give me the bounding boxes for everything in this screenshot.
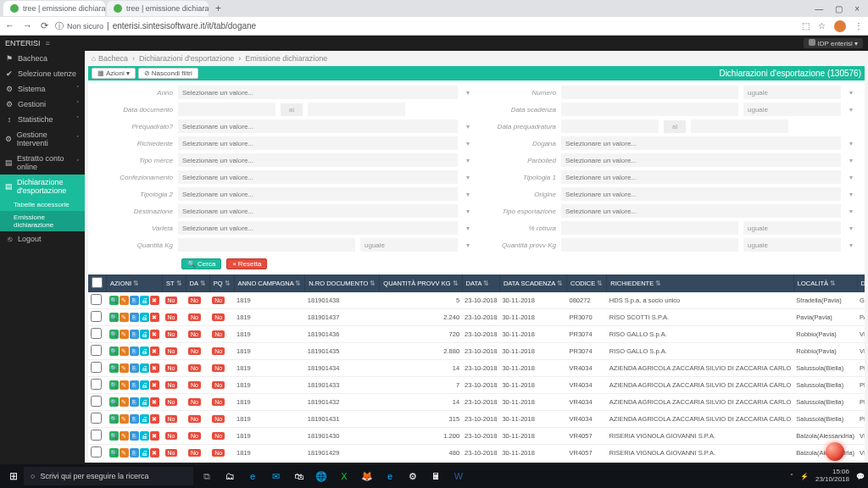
copy-icon[interactable]: ⎘ <box>130 448 139 458</box>
chevron-down-icon[interactable]: ▾ <box>846 208 856 215</box>
sidebar-item-4[interactable]: ↕Statistiche˅ <box>0 112 85 127</box>
tray-network-icon[interactable]: ⚡ <box>800 473 809 480</box>
breadcrumb-link[interactable]: Bacheca <box>98 54 128 63</box>
view-icon[interactable]: 🔍 <box>109 431 119 441</box>
calculator-icon[interactable]: 🖩 <box>426 467 446 485</box>
data-doc-from[interactable] <box>178 103 275 116</box>
sidebar-item-5[interactable]: ⚙Gestione Interventi˅ <box>0 127 85 151</box>
column-header[interactable]: CODICE ⇅ <box>567 274 607 292</box>
sidebar-sub-emissione[interactable]: Emissione dichiarazione <box>0 211 85 231</box>
edit-icon[interactable]: ✎ <box>120 363 129 373</box>
delete-icon[interactable]: ✖ <box>150 363 159 373</box>
taskbar-search[interactable]: ○ Scrivi qui per eseguire la ricerca <box>24 467 193 485</box>
op-select[interactable] <box>743 86 841 99</box>
row-checkbox[interactable] <box>88 428 107 445</box>
tipomerce-select[interactable] <box>178 153 458 167</box>
hamburger-icon[interactable]: ≡ <box>46 39 50 47</box>
extension-icon[interactable]: ⬚ <box>802 21 810 30</box>
maximize-icon[interactable]: ▢ <box>835 4 843 14</box>
copy-icon[interactable]: ⎘ <box>130 380 139 390</box>
print-icon[interactable]: 🖨 <box>140 313 149 322</box>
delete-icon[interactable]: ✖ <box>150 380 159 390</box>
print-icon[interactable]: 🖨 <box>140 431 149 441</box>
print-icon[interactable]: 🖨 <box>140 414 149 424</box>
sidebar-item-1[interactable]: ✔Selezione utenze <box>0 66 85 81</box>
destinazione-select[interactable] <box>178 204 458 218</box>
prequad-select[interactable] <box>178 119 458 133</box>
edit-icon[interactable]: ✎ <box>120 397 129 407</box>
chevron-down-icon[interactable]: ▾ <box>463 140 473 147</box>
copy-icon[interactable]: ⎘ <box>130 397 139 407</box>
row-checkbox[interactable] <box>88 445 107 462</box>
confez-select[interactable] <box>178 170 458 184</box>
chevron-down-icon[interactable]: ▾ <box>846 106 856 114</box>
delete-icon[interactable]: ✖ <box>150 330 159 339</box>
sidebar-item-3[interactable]: ⚙Gestioni˅ <box>0 97 85 112</box>
tipologia2-select[interactable] <box>178 187 458 201</box>
bookmark-icon[interactable]: ☆ <box>818 21 826 30</box>
copy-icon[interactable]: ⎘ <box>130 363 139 373</box>
word-icon[interactable]: W <box>448 467 469 485</box>
view-icon[interactable]: 🔍 <box>109 296 119 305</box>
cerca-button[interactable]: 🔍 Cerca <box>181 258 221 269</box>
edit-icon[interactable]: ✎ <box>120 330 129 339</box>
data-scad-input[interactable] <box>561 103 738 116</box>
column-header[interactable]: RICHIEDENTE ⇅ <box>607 274 794 292</box>
column-header[interactable]: DOGANA ⇅ <box>857 274 865 292</box>
data-prequad-from[interactable] <box>561 119 659 133</box>
sidebar-item-2[interactable]: ⚙Sistema˅ <box>0 81 85 97</box>
tipoesport-select[interactable] <box>561 204 841 218</box>
chevron-down-icon[interactable]: ▾ <box>846 225 856 232</box>
numero-input[interactable] <box>561 86 738 99</box>
print-icon[interactable]: 🖨 <box>140 397 149 407</box>
address-bar[interactable]: ⓘ Non sicuro | enterisi.sintesisoftware.… <box>55 20 795 32</box>
edit-icon[interactable]: ✎ <box>120 431 129 441</box>
print-icon[interactable]: 🖨 <box>140 330 149 339</box>
minimize-icon[interactable]: — <box>815 4 823 14</box>
chevron-down-icon[interactable]: ▾ <box>846 140 856 147</box>
nascondi-filtri-button[interactable]: ⊘ Nascondi filtri <box>138 68 198 79</box>
chevron-down-icon[interactable]: ▾ <box>463 157 473 164</box>
copy-icon[interactable]: ⎘ <box>130 431 139 441</box>
forward-icon[interactable]: → <box>23 20 32 31</box>
parboiled-select[interactable] <box>561 153 841 167</box>
profile-avatar[interactable] <box>834 20 846 32</box>
varieta-select[interactable] <box>178 221 458 235</box>
row-checkbox[interactable] <box>88 462 107 463</box>
edit-icon[interactable]: ✎ <box>120 414 129 424</box>
delete-icon[interactable]: ✖ <box>150 313 159 322</box>
chevron-down-icon[interactable]: ▾ <box>463 225 473 232</box>
assistant-orb[interactable] <box>826 442 844 461</box>
row-checkbox[interactable] <box>88 292 107 309</box>
column-header[interactable]: ST ⇅ <box>163 274 186 292</box>
delete-icon[interactable]: ✖ <box>150 397 159 407</box>
op-select[interactable] <box>743 103 841 116</box>
quantita-input[interactable] <box>178 238 355 252</box>
delete-icon[interactable]: ✖ <box>150 431 159 441</box>
row-checkbox[interactable] <box>88 343 107 360</box>
breadcrumb-link[interactable]: Dichiarazioni d'esportazione <box>139 54 234 63</box>
explorer-icon[interactable]: 🗂 <box>220 467 240 485</box>
task-view-icon[interactable]: ⧉ <box>197 467 217 485</box>
column-header[interactable]: LOCALITÀ ⇅ <box>793 274 857 292</box>
view-icon[interactable]: 🔍 <box>109 330 119 339</box>
back-icon[interactable]: ← <box>5 20 14 31</box>
delete-icon[interactable]: ✖ <box>150 414 159 424</box>
edit-icon[interactable]: ✎ <box>120 296 129 305</box>
chevron-down-icon[interactable]: ▾ <box>463 89 473 97</box>
data-doc-to[interactable] <box>308 103 405 116</box>
row-checkbox[interactable] <box>88 411 107 428</box>
sidebar-item-logout[interactable]: ⎋Logout <box>0 231 85 247</box>
chevron-down-icon[interactable]: ▾ <box>846 241 856 249</box>
chrome-icon[interactable]: 🌐 <box>311 467 331 485</box>
chevron-down-icon[interactable]: ▾ <box>463 241 473 249</box>
column-header[interactable]: N.RO DOCUMENTO ⇅ <box>305 274 380 292</box>
sidebar-item-6[interactable]: ▤Estratto conto online˅ <box>0 151 85 175</box>
view-icon[interactable]: 🔍 <box>109 380 119 390</box>
row-checkbox[interactable] <box>88 326 107 343</box>
op-select[interactable] <box>743 238 841 252</box>
tipologia1-select[interactable] <box>561 170 841 184</box>
excel-icon[interactable]: X <box>334 467 354 485</box>
start-button[interactable]: ⊞ <box>3 466 24 486</box>
edit-icon[interactable]: ✎ <box>120 313 129 322</box>
